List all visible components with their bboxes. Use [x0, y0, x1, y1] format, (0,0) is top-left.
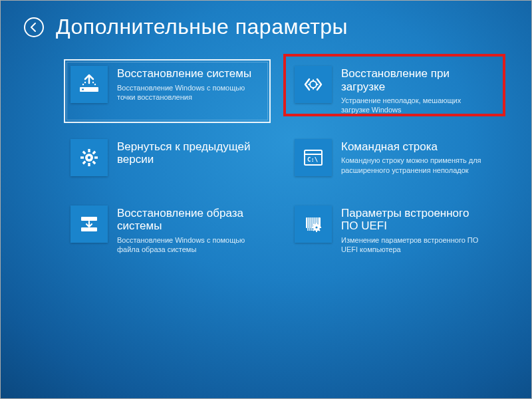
- tile-title: Параметры встроенного ПО UEFI: [341, 207, 487, 233]
- tile-desc: Командную строку можно применять для рас…: [341, 156, 487, 175]
- tile-title: Командная строка: [341, 140, 487, 154]
- svg-rect-1: [82, 89, 84, 90]
- tile-text: Вернуться к предыдущей версии: [117, 139, 263, 169]
- svg-rect-43: [312, 227, 314, 228]
- back-button[interactable]: [24, 17, 44, 37]
- tile-title: Восстановление при загрузке: [341, 67, 487, 93]
- system-restore-icon: [70, 66, 108, 103]
- options-grid: Восстановление системы Восстановление Wi…: [24, 59, 508, 262]
- tile-system-restore[interactable]: Восстановление системы Восстановление Wi…: [64, 59, 271, 123]
- tile-startup-repair[interactable]: Восстановление при загрузке Устранение н…: [288, 59, 495, 123]
- tile-desc: Восстановление Windows с помощью точки в…: [117, 83, 263, 102]
- svg-rect-20: [92, 160, 96, 164]
- svg-rect-42: [316, 230, 317, 232]
- tile-title: Восстановление системы: [117, 67, 263, 80]
- tile-title: Восстановление образа системы: [117, 207, 263, 233]
- svg-rect-18: [82, 160, 86, 164]
- svg-point-12: [88, 156, 90, 158]
- tile-desc: Восстановление Windows с помощью файла о…: [117, 235, 263, 255]
- command-prompt-icon: C:\: [295, 139, 332, 176]
- tile-text: Параметры встроенного ПО UEFI Изменение …: [341, 205, 487, 255]
- startup-repair-icon: [295, 66, 332, 103]
- tile-text: Командная строка Командную строку можно …: [341, 139, 487, 175]
- svg-point-3: [94, 84, 96, 85]
- tile-image-recovery[interactable]: Восстановление образа системы Восстановл…: [64, 199, 271, 263]
- tile-command-prompt[interactable]: C:\ Командная строка Командную строку мо…: [288, 132, 495, 190]
- tile-text: Восстановление системы Восстановление Wi…: [117, 66, 263, 102]
- svg-point-2: [82, 84, 84, 85]
- gear-icon: [70, 139, 108, 176]
- svg-rect-25: [81, 227, 97, 231]
- svg-rect-44: [319, 227, 321, 228]
- arrow-left-icon: [29, 22, 39, 33]
- uefi-icon: [295, 205, 332, 243]
- image-recovery-icon: [70, 205, 108, 243]
- page-title: Дополнительные параметры: [56, 15, 348, 39]
- svg-rect-17: [92, 150, 96, 154]
- svg-text:C:\: C:\: [307, 156, 318, 163]
- svg-rect-15: [80, 156, 84, 158]
- tile-title: Вернуться к предыдущей версии: [117, 140, 263, 166]
- svg-rect-24: [81, 217, 97, 221]
- header: Дополнительные параметры: [24, 15, 508, 39]
- tile-text: Восстановление при загрузке Устранение н…: [341, 66, 487, 115]
- tile-go-back-version[interactable]: Вернуться к предыдущей версии: [64, 132, 271, 190]
- tile-uefi-settings[interactable]: Параметры встроенного ПО UEFI Изменение …: [288, 199, 495, 263]
- svg-rect-14: [88, 163, 90, 166]
- svg-point-40: [315, 226, 317, 228]
- svg-rect-41: [316, 223, 317, 225]
- advanced-options-screen: Дополнительные параметры Восстановление …: [0, 0, 532, 262]
- svg-rect-16: [94, 156, 98, 158]
- svg-point-6: [310, 81, 317, 88]
- svg-point-4: [84, 82, 86, 83]
- tile-desc: Изменение параметров встроенного ПО UEFI…: [341, 235, 487, 255]
- svg-rect-13: [88, 149, 90, 152]
- tile-desc: Устранение неполадок, мешающих загрузке …: [341, 96, 487, 115]
- svg-rect-19: [82, 150, 86, 154]
- tile-text: Восстановление образа системы Восстановл…: [117, 205, 263, 255]
- svg-point-5: [92, 82, 94, 83]
